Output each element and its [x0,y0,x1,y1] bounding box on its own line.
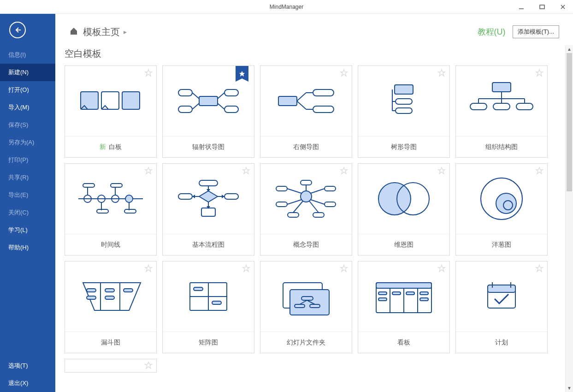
star-outline-icon[interactable] [340,166,348,177]
sidebar-item-export[interactable]: 导出(E) [0,186,55,204]
svg-rect-76 [276,202,287,207]
star-outline-icon[interactable] [437,69,446,79]
svg-rect-126 [420,292,428,295]
svg-line-23 [297,101,306,109]
sidebar-item-new[interactable]: 新建(N) [0,64,55,81]
breadcrumb-title[interactable]: 模板主页 [83,26,120,38]
svg-point-92 [496,193,516,214]
star-outline-icon[interactable] [340,69,348,79]
sidebar-item-learn[interactable]: 学习(L) [0,221,55,239]
template-card-orgchart[interactable]: 组织结构图 [455,65,548,158]
sidebar-item-share[interactable]: 共享(R) [0,169,55,186]
svg-line-85 [293,201,303,213]
sidebar: 信息(I) 新建(N) 打开(O) 导入(M) 保存(S) 另存为(A) 打印(… [0,14,55,392]
template-preview [163,164,254,234]
template-preview [260,66,352,137]
svg-rect-1 [540,5,544,9]
template-preview [163,66,254,137]
add-template-button[interactable]: 添加模板(T)... [513,25,559,38]
sidebar-item-saveas[interactable]: 另存为(A) [0,134,55,151]
svg-rect-75 [325,186,336,191]
template-label: 洋葱图 [492,241,511,249]
template-card-tree[interactable]: 树形导图 [358,65,450,158]
scrollbar-down-icon[interactable]: ▼ [566,384,573,392]
svg-line-15 [192,103,199,109]
star-outline-icon[interactable] [144,69,153,79]
back-button[interactable] [0,14,55,46]
template-card-funnel[interactable]: 漏斗图 [65,261,157,353]
template-card-kanban[interactable]: 看板 [358,261,450,353]
svg-rect-7 [122,92,140,109]
template-label-row: 右侧导图 [260,137,352,157]
sidebar-item-import[interactable]: 导入(M) [0,99,55,116]
star-outline-icon[interactable] [144,264,153,274]
template-card-onion[interactable]: 洋葱图 [455,163,548,255]
template-preview [260,164,352,234]
svg-rect-60 [201,208,215,216]
template-label: 概念导图 [293,241,319,249]
window-controls [511,0,573,14]
template-card-matrix[interactable]: 矩阵图 [162,261,254,353]
template-card-partial[interactable] [65,359,157,373]
scrollbar-thumb[interactable] [567,53,572,191]
template-card-radial[interactable]: 辐射状导图 [162,65,254,158]
star-outline-icon[interactable] [535,264,543,274]
svg-rect-34 [492,83,511,92]
svg-line-16 [218,93,224,99]
close-button[interactable] [552,0,573,14]
star-outline-icon[interactable] [437,166,446,177]
scrollbar[interactable]: ▲ ▼ [565,45,573,392]
star-outline-icon[interactable] [535,166,543,177]
app-title: MindManager [270,4,303,10]
template-card-venn[interactable]: 维恩图 [358,163,450,255]
template-preview [358,261,449,332]
star-outline-icon[interactable] [144,166,153,177]
sidebar-item-info[interactable]: 信息(I) [0,46,55,64]
svg-line-17 [218,103,224,109]
content-scroll[interactable]: 空白模板 新白板 辐射状导图 右侧导图 树形导图 组织结构图 [55,45,573,392]
sidebar-item-open[interactable]: 打开(O) [0,81,55,99]
sidebar-item-print[interactable]: 打印(P) [0,151,55,169]
svg-rect-73 [301,180,312,185]
svg-rect-107 [194,287,203,291]
template-preview [65,66,156,137]
home-icon[interactable] [69,26,78,37]
star-outline-icon[interactable] [242,264,250,274]
star-outline-icon[interactable] [242,166,250,177]
sidebar-item-close[interactable]: 关闭(C) [0,204,55,221]
svg-marker-129 [536,265,543,272]
template-card-flowchart[interactable]: 基本流程图 [162,163,254,255]
minimize-button[interactable] [511,0,532,14]
template-card-concept[interactable]: 概念导图 [260,163,352,255]
svg-rect-102 [124,289,133,292]
svg-rect-11 [178,106,192,113]
star-outline-icon[interactable] [144,361,153,371]
template-label: 计划 [495,339,508,347]
star-outline-icon[interactable] [340,264,348,274]
header: 模板主页 ▸ 教程(U) 添加模板(T)... [55,14,573,45]
star-outline-icon[interactable] [437,264,446,274]
template-grid: 新白板 辐射状导图 右侧导图 树形导图 组织结构图 时间线 基本 [65,65,564,373]
template-card-timeline[interactable]: 时间线 [65,163,157,255]
template-card-rightmap[interactable]: 右侧导图 [260,65,352,158]
svg-rect-128 [420,298,428,301]
sidebar-item-help[interactable]: 帮助(H) [0,239,55,256]
maximize-button[interactable] [532,0,552,14]
template-card-plan[interactable]: 计划 [455,261,548,353]
star-outline-icon[interactable] [535,69,543,79]
sidebar-item-exit[interactable]: 退出(X) [0,374,55,392]
svg-rect-53 [83,184,95,187]
template-label: 白板 [109,143,122,151]
sidebar-item-save[interactable]: 保存(S) [0,116,55,134]
scrollbar-up-icon[interactable]: ▲ [566,45,573,53]
sidebar-item-options[interactable]: 选项(T) [0,357,55,374]
tutorial-link[interactable]: 教程(U) [478,26,506,37]
svg-rect-41 [493,103,510,110]
template-label-row: 辐射状导图 [163,137,254,157]
template-card-whiteboard[interactable]: 新白板 [65,65,157,158]
titlebar: MindManager [0,0,573,14]
svg-rect-100 [105,289,114,292]
svg-marker-33 [536,70,543,76]
template-card-slides[interactable]: 幻灯片文件夹 [260,261,352,353]
svg-marker-69 [192,195,195,198]
